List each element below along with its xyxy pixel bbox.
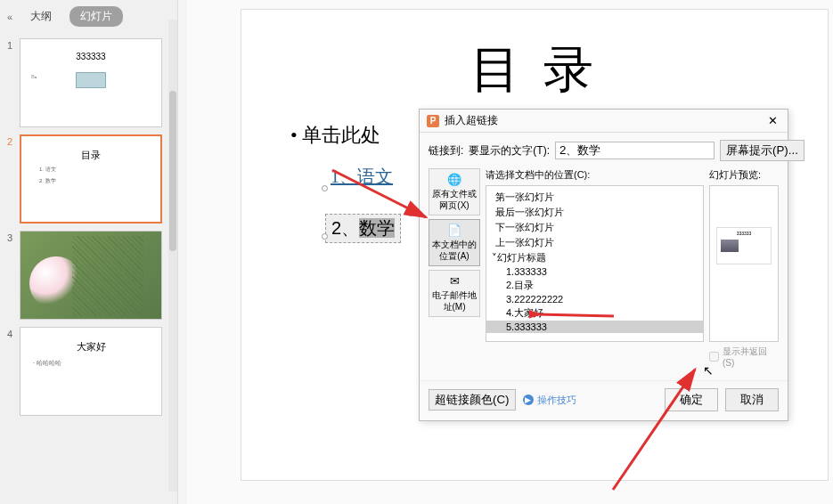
thumb-shape — [76, 72, 106, 88]
thumbnail-row[interactable]: 2 目录 1. 语文 2. 数学 — [4, 134, 174, 224]
thumbnail-row[interactable]: 3 — [4, 231, 174, 320]
tree-item-first-slide[interactable]: 第一张幻灯片 — [486, 190, 703, 205]
tree-item-slide-titles[interactable]: ˅幻灯片标题 — [486, 250, 703, 265]
insert-hyperlink-dialog: P 插入超链接 ✕ 链接到: 要显示的文字(T): 屏幕提示(P)... 🌐 原… — [419, 109, 788, 421]
resize-handle[interactable] — [407, 210, 413, 216]
play-icon: ▶ — [523, 394, 534, 405]
link-to-file-web[interactable]: 🌐 原有文件或网页(X) — [429, 168, 480, 215]
thumbnail-list: 1 333333 B₂ 2 目录 1. 语文 2. 数学 3 4 大家好 · 哈… — [0, 33, 177, 504]
thumbnail-row[interactable]: 1 333333 B₂ — [4, 38, 174, 127]
tree-item-next-slide[interactable]: 下一张幻灯片 — [486, 220, 703, 235]
tree-item-slide-4[interactable]: 4.大家好 — [486, 305, 703, 321]
link-to-label: 链接到: — [429, 143, 463, 159]
slide-title[interactable]: 目 录 — [241, 37, 828, 104]
scrollbar-vertical[interactable] — [168, 20, 177, 492]
screentip-button[interactable]: 屏幕提示(P)... — [720, 140, 804, 161]
thumb-title: 目录 — [21, 149, 160, 162]
thumb-title: 大家好 — [20, 340, 161, 354]
selected-text-box[interactable]: 2、数学 — [325, 214, 401, 243]
thumb-number: 2 — [4, 134, 16, 147]
thumb-item: 2. 数学 — [39, 177, 160, 185]
hyperlink-item-1[interactable]: 1、语文 — [331, 165, 393, 189]
link-to-this-doc[interactable]: 📄 本文档中的位置(A) — [429, 219, 480, 266]
dialog-title: 插入超链接 — [445, 113, 498, 128]
select-position-label: 请选择文档中的位置(C): — [486, 168, 704, 182]
slide-thumbnail-2[interactable]: 目录 1. 语文 2. 数学 — [20, 134, 162, 224]
thumb-number: 3 — [4, 231, 16, 243]
tree-item-prev-slide[interactable]: 上一张幻灯片 — [486, 235, 703, 250]
tree-item-last-slide[interactable]: 最后一张幻灯片 — [486, 205, 703, 220]
tree-item-slide-3[interactable]: 3.222222222 — [486, 293, 703, 305]
tree-item-slide-5[interactable]: 5.333333 — [486, 321, 703, 333]
tab-slides[interactable]: 幻灯片 — [69, 6, 123, 27]
cancel-button[interactable]: 取消 — [725, 388, 779, 411]
tab-outline[interactable]: 大纲 — [21, 5, 61, 28]
preview-label: 幻灯片预览: — [709, 168, 779, 182]
resize-handle[interactable] — [322, 185, 328, 191]
slide-panel: « 大纲 幻灯片 1 333333 B₂ 2 目录 1. 语文 2. 数学 3 … — [0, 0, 178, 504]
scrollbar-thumb[interactable] — [169, 91, 176, 251]
show-return-checkbox[interactable] — [709, 352, 719, 362]
slide-preview: 333333 — [709, 185, 779, 342]
slide-thumbnail-4[interactable]: 大家好 · 哈哈哈哈 — [20, 327, 162, 416]
tree-item-slide-1[interactable]: 1.333333 — [486, 265, 703, 278]
resize-handle[interactable] — [322, 233, 328, 240]
thumbnail-row[interactable]: 4 大家好 · 哈哈哈哈 — [4, 327, 174, 416]
thumb-number: 4 — [4, 327, 16, 339]
slide-thumbnail-3[interactable] — [20, 231, 162, 320]
thumb-title: 333333 — [20, 52, 161, 61]
thumb-subtitle: B₂ — [31, 73, 37, 79]
thumb-item: 1. 语文 — [39, 166, 160, 174]
dialog-titlebar[interactable]: P 插入超链接 ✕ — [420, 110, 788, 133]
preview-thumbnail: 333333 — [716, 227, 772, 264]
app-icon: P — [427, 115, 439, 127]
link-to-email[interactable]: ✉ 电子邮件地址(M) — [429, 270, 480, 317]
document-position-tree[interactable]: 第一张幻灯片 最后一张幻灯片 下一张幻灯片 上一张幻灯片 ˅幻灯片标题 1.33… — [486, 185, 704, 342]
close-icon[interactable]: ✕ — [764, 114, 780, 127]
operation-tips-link[interactable]: ▶ 操作技巧 — [523, 394, 576, 407]
show-and-return-checkbox[interactable]: 显示并返回(S) — [709, 342, 779, 371]
slide-thumbnail-1[interactable]: 333333 B₂ — [20, 38, 162, 127]
collapse-icon[interactable]: « — [7, 12, 12, 22]
tree-item-slide-2[interactable]: 2.目录 — [486, 278, 703, 293]
hyperlink-color-button[interactable]: 超链接颜色(C) — [429, 389, 516, 411]
display-text-input[interactable] — [555, 142, 715, 159]
link-to-column: 🌐 原有文件或网页(X) 📄 本文档中的位置(A) ✉ 电子邮件地址(M) — [429, 168, 480, 371]
ok-button[interactable]: 确定 — [665, 388, 718, 411]
thumb-number: 1 — [4, 38, 16, 51]
display-text-label: 要显示的文字(T): — [469, 143, 550, 159]
thumb-subtitle: · 哈哈哈哈 — [33, 359, 161, 368]
